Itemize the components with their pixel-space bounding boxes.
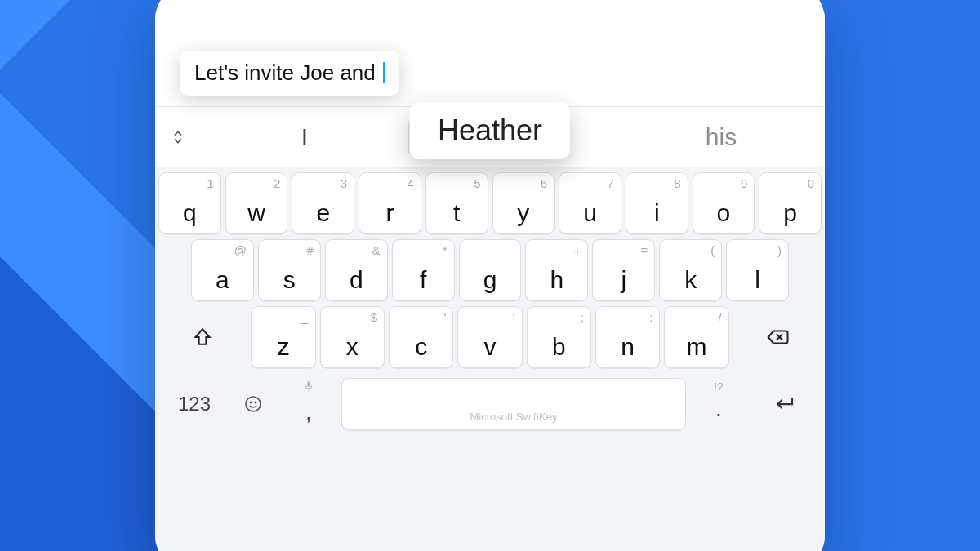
key-i[interactable]: 8i <box>626 172 688 234</box>
key-rows: 1q 2w 3e 4r 5t 6y 7u 8i 9o 0p @a #s &d *… <box>155 167 825 376</box>
emoji-key[interactable] <box>230 378 276 430</box>
period-key[interactable]: !? . <box>691 378 746 430</box>
key-x[interactable]: $x <box>320 306 385 368</box>
symbols-key[interactable]: 123 <box>163 378 225 430</box>
backspace-icon <box>765 325 790 349</box>
keyboard-brand: Microsoft SwiftKey <box>470 411 558 423</box>
key-d[interactable]: &d <box>325 239 388 301</box>
suggestion-left[interactable]: I <box>201 107 408 167</box>
enter-icon <box>772 392 796 416</box>
key-a[interactable]: @a <box>191 239 254 301</box>
shift-key[interactable] <box>158 306 247 368</box>
space-key[interactable]: Microsoft SwiftKey <box>341 378 686 430</box>
key-y[interactable]: 6y <box>492 172 555 234</box>
key-row-1: 1q 2w 3e 4r 5t 6y 7u 8i 9o 0p <box>158 172 822 234</box>
key-t[interactable]: 5t <box>425 172 488 234</box>
enter-key[interactable] <box>751 378 817 430</box>
backspace-key[interactable] <box>733 306 822 368</box>
expand-toggle-icon[interactable] <box>155 107 201 167</box>
svg-point-3 <box>250 402 251 402</box>
key-h[interactable]: +h <box>525 239 588 301</box>
svg-point-2 <box>246 397 261 411</box>
svg-point-4 <box>255 402 256 402</box>
key-n[interactable]: :n <box>595 306 660 368</box>
phone-frame: Let's invite Joe and I his Heather 1q 2w… <box>155 0 825 551</box>
key-q[interactable]: 1q <box>158 172 221 234</box>
shift-icon <box>192 327 213 348</box>
key-c[interactable]: "c <box>389 306 453 368</box>
key-r[interactable]: 4r <box>359 172 421 234</box>
comma-key[interactable]: , <box>281 378 336 430</box>
key-k[interactable]: (k <box>659 239 722 301</box>
text-cursor <box>383 62 385 83</box>
key-o[interactable]: 9o <box>693 172 755 234</box>
keyboard: I his Heather 1q 2w 3e 4r 5t 6y 7u 8i 9o… <box>155 106 825 551</box>
key-v[interactable]: 'v <box>457 306 522 368</box>
suggestion-main-popup[interactable]: Heather <box>410 102 570 159</box>
key-row-2: @a #s &d *f -g +h =j (k )l <box>158 239 822 301</box>
key-f[interactable]: *f <box>392 239 455 301</box>
key-p[interactable]: 0p <box>759 172 822 234</box>
bottom-row: 123 , Microsoft SwiftKey !? . <box>155 376 825 445</box>
input-text: Let's invite Joe and <box>194 60 381 85</box>
key-l[interactable]: )l <box>726 239 789 301</box>
text-input-bubble[interactable]: Let's invite Joe and <box>180 51 399 96</box>
key-u[interactable]: 7u <box>559 172 621 234</box>
key-s[interactable]: #s <box>258 239 321 301</box>
key-g[interactable]: -g <box>459 239 522 301</box>
key-j[interactable]: =j <box>592 239 655 301</box>
key-z[interactable]: _z <box>251 306 315 368</box>
mic-hint-icon <box>303 380 314 392</box>
key-m[interactable]: /m <box>664 306 728 368</box>
suggestion-right[interactable]: his <box>617 107 825 167</box>
suggestion-bar: I his Heather <box>155 107 825 167</box>
key-row-3: _z $x "c 'v ;b :n /m <box>158 306 822 368</box>
emoji-icon <box>243 394 263 414</box>
key-e[interactable]: 3e <box>292 172 354 234</box>
key-w[interactable]: 2w <box>225 172 288 234</box>
key-b[interactable]: ;b <box>527 306 591 368</box>
